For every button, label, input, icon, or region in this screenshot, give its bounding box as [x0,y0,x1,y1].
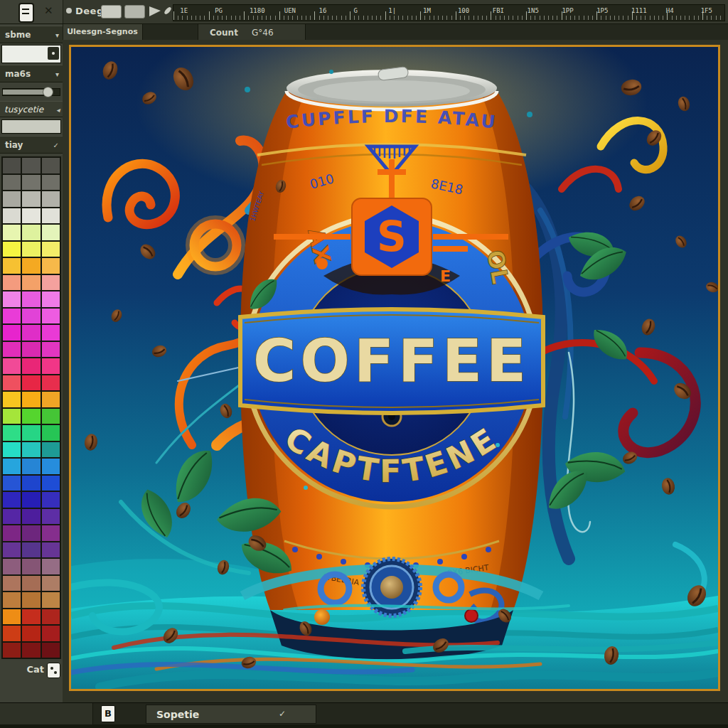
color-swatch[interactable] [3,576,21,592]
color-swatch[interactable] [22,208,40,224]
color-swatch[interactable] [22,592,40,608]
b-button[interactable]: B [101,705,115,722]
color-swatch[interactable] [22,643,40,658]
color-swatch[interactable] [22,476,40,491]
color-swatch[interactable] [3,242,21,257]
color-swatch[interactable] [3,476,21,491]
color-swatch[interactable] [3,643,21,658]
color-swatch[interactable] [42,509,60,525]
color-swatch[interactable] [42,158,60,173]
color-swatch[interactable] [22,258,40,274]
color-swatch[interactable] [22,158,40,173]
color-swatch[interactable] [3,342,21,358]
color-swatch[interactable] [22,392,40,407]
style-row[interactable]: tusycetie ◂ [0,101,63,117]
color-swatch[interactable] [3,592,21,608]
color-swatch[interactable] [42,342,60,358]
pen-icon[interactable] [164,6,172,15]
color-swatch[interactable] [22,342,40,358]
color-swatch[interactable] [3,325,21,341]
color-swatch[interactable] [22,626,40,641]
color-swatch[interactable] [3,425,21,441]
sidebar-slider[interactable] [0,84,63,100]
color-swatch[interactable] [22,325,40,341]
color-swatch[interactable] [42,291,60,307]
color-swatch[interactable] [42,309,60,324]
color-swatch[interactable] [42,576,60,592]
color-swatch[interactable] [3,258,21,274]
color-swatch[interactable] [3,492,21,508]
color-swatch[interactable] [3,459,21,474]
color-swatch[interactable] [22,509,40,525]
color-swatch[interactable] [22,191,40,207]
color-swatch[interactable] [42,609,60,625]
color-swatch[interactable] [42,358,60,374]
toolbar-button-2[interactable] [124,5,145,18]
color-swatch[interactable] [3,291,21,307]
color-swatch[interactable] [42,592,60,608]
color-swatch[interactable] [42,425,60,441]
color-swatch[interactable] [22,275,40,291]
field-mini-button[interactable] [48,47,59,60]
artwork-frame[interactable]: CUPFLF DFE ATAU 010 8E18 1HWTEAY AX OL S… [69,45,720,691]
color-swatch[interactable] [42,375,60,391]
color-swatch[interactable] [3,559,21,574]
color-swatch[interactable] [3,158,21,173]
color-swatch[interactable] [42,559,60,574]
color-swatch[interactable] [42,492,60,508]
color-swatch[interactable] [42,626,60,641]
color-swatch[interactable] [3,358,21,374]
dropdown-tiay[interactable]: tiay ✓ [0,136,63,154]
color-swatch[interactable] [22,175,40,191]
dropdown-ma6s[interactable]: ma6s ▾ [0,65,63,82]
document-tab[interactable]: Uleesgn-Segnos [63,24,143,40]
color-swatch[interactable] [42,643,60,658]
color-swatch[interactable] [42,242,60,257]
color-swatch[interactable] [42,409,60,424]
play-icon[interactable] [149,6,161,16]
slider-knob[interactable] [43,87,53,97]
swatch-options-icon[interactable] [47,663,60,678]
color-swatch[interactable] [42,191,60,207]
color-swatch[interactable] [22,459,40,474]
color-swatch[interactable] [3,442,21,458]
color-swatch[interactable] [42,476,60,491]
color-swatch[interactable] [22,375,40,391]
color-swatch[interactable] [42,459,60,474]
color-swatch[interactable] [22,525,40,541]
color-swatch[interactable] [42,442,60,458]
preset-dropdown[interactable]: Sopetie ✓ [146,705,316,724]
color-swatch[interactable] [22,542,40,558]
color-swatch[interactable] [22,425,40,441]
color-swatch[interactable] [22,225,40,240]
color-swatch[interactable] [3,626,21,641]
color-swatch[interactable] [3,375,21,391]
color-swatch[interactable] [3,525,21,541]
color-swatch[interactable] [22,291,40,307]
color-swatch[interactable] [22,309,40,324]
color-swatch[interactable] [22,409,40,424]
color-swatch[interactable] [42,225,60,240]
color-swatch[interactable] [3,191,21,207]
dropdown-sbme[interactable]: sbme ▾ [0,26,63,43]
color-swatch[interactable] [3,208,21,224]
color-swatch[interactable] [3,509,21,525]
color-swatch[interactable] [3,309,21,324]
color-swatch[interactable] [42,258,60,274]
color-swatch[interactable] [3,609,21,625]
color-swatch[interactable] [42,392,60,407]
color-swatch[interactable] [22,358,40,374]
file-icon[interactable] [18,3,34,23]
color-swatch[interactable] [42,525,60,541]
color-swatch[interactable] [42,175,60,191]
color-field[interactable] [1,45,61,63]
color-swatch[interactable] [22,576,40,592]
toolbar-button-1[interactable] [101,5,122,18]
color-swatch[interactable] [42,208,60,224]
color-swatch[interactable] [3,392,21,407]
color-swatch[interactable] [3,409,21,424]
color-swatch[interactable] [42,325,60,341]
color-swatch[interactable] [42,275,60,291]
color-swatch[interactable] [3,175,21,191]
color-swatch[interactable] [22,242,40,257]
